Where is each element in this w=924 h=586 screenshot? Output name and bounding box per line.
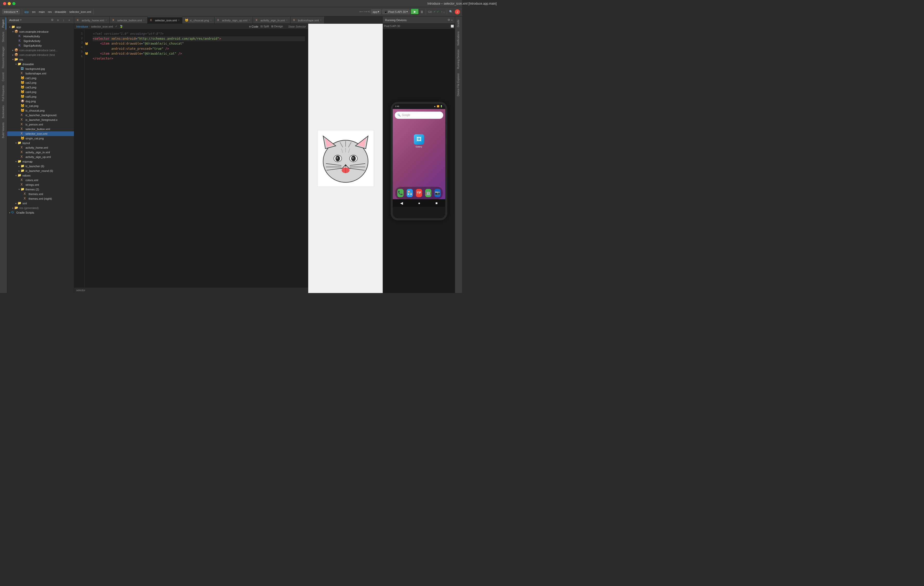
window-controls[interactable] — [3, 2, 15, 5]
nav-back-icon[interactable]: ◀ — [400, 201, 403, 205]
tree-item-cat3[interactable]: 🐱 cat3.png — [7, 85, 74, 90]
sidebar-tab-pullreq[interactable]: Pull Requests — [1, 83, 6, 103]
panel-sort-icon[interactable]: ↕ — [61, 18, 66, 23]
tree-item-res-generated[interactable]: ▸ 📂 res (generated) — [7, 206, 74, 210]
tree-item-cat1[interactable]: 🐱 cat1.png — [7, 76, 74, 80]
tab-activity-signin[interactable]: X activity_sign_in.xml × — [253, 17, 290, 23]
run-button[interactable]: ▶ — [411, 9, 419, 15]
breadcrumb-introduce[interactable]: Introduce — [76, 25, 88, 28]
tree-item-values[interactable]: ▾ 📁 values — [7, 173, 74, 178]
device-search-bar[interactable]: 🔍 Google — [395, 112, 443, 119]
tab-close-icon[interactable]: × — [286, 19, 288, 22]
tree-item-home-xml[interactable]: X activity_home.xml — [7, 145, 74, 150]
code-content[interactable]: <?xml version="1.0" encoding="utf-8"?> <… — [90, 30, 308, 287]
tree-item-res[interactable]: ▾ 📂 res — [7, 57, 74, 62]
panel-toolbar[interactable]: ⚙ ≡ ↕ × — [50, 18, 72, 23]
tree-item-layout[interactable]: ▾ 📁 layout — [7, 141, 74, 145]
sidebar-tab-notifications[interactable]: Notifications — [456, 30, 461, 47]
tree-item-icchuucat[interactable]: 🐱 ic_chuucat.png — [7, 108, 74, 113]
code-editor[interactable]: 1 2 3 4 5 6 🐱 🐱 — [74, 30, 308, 287]
panel-layout-icon[interactable]: ≡ — [55, 18, 61, 23]
tab-selector-icon[interactable]: X selector_icon.xml × — [148, 17, 183, 23]
app-module-btn[interactable]: app ▾ — [371, 9, 381, 14]
breadcrumb-file[interactable]: selector_icon.xml — [69, 10, 91, 13]
tree-item-iclbg[interactable]: X ic_launcher_background. — [7, 113, 74, 118]
breadcrumb-src[interactable]: src — [32, 10, 36, 13]
tree-item-pkg3[interactable]: ▸ 📦 com.example.introduce (test — [7, 53, 74, 57]
tab-close-icon[interactable]: × — [320, 19, 322, 22]
tree-item-strings[interactable]: X strings.xml — [7, 182, 74, 187]
tree-item-themes-night[interactable]: X themes.xml (night) — [7, 196, 74, 201]
tree-item-cat5[interactable]: 🐱 cat5.png — [7, 94, 74, 99]
sidebar-tab-resource[interactable]: Resource Manager — [1, 44, 6, 70]
sidebar-tab-gradle[interactable]: Gradle — [456, 18, 461, 30]
tree-item-cat2[interactable]: 🐱 cat2.png — [7, 80, 74, 85]
tab-close-icon[interactable]: × — [178, 19, 180, 22]
dock-store-icon[interactable]: 🏪 — [407, 189, 413, 197]
device-selector[interactable]: 📱 Pixel 5 API 30 ▾ — [382, 9, 410, 14]
gallery-app-icon[interactable]: 🖼 Gallery — [414, 134, 424, 148]
project-selector[interactable]: Introduce ▾ — [2, 9, 20, 14]
gutter-run-icon[interactable]: 🐱 — [85, 41, 89, 46]
tree-item-signup-xml[interactable]: X activity_sign_up.xml — [7, 155, 74, 159]
tree-item-selicon[interactable]: X selector_icon.xml — [7, 131, 74, 136]
gutter-run-icon2[interactable]: 🐱 — [85, 51, 89, 56]
tree-item-themes-xml[interactable]: X themes.xml — [7, 192, 74, 196]
tree-item-singcat[interactable]: 🐱 singin_cat.png — [7, 136, 74, 141]
device-close-icon[interactable]: × — [451, 18, 453, 22]
breadcrumb-main[interactable]: main — [39, 10, 45, 13]
tree-item-bg[interactable]: 🖼 background.jpg — [7, 66, 74, 71]
panel-gear-icon[interactable]: ⚙ — [50, 18, 55, 23]
stop-button[interactable]: ⏸ — [420, 10, 424, 14]
tree-item-app[interactable]: ▾ 📁 app — [7, 25, 74, 30]
git-pull[interactable]: ↓ — [444, 10, 445, 13]
nav-home-icon[interactable]: ● — [418, 201, 420, 205]
tree-item-colors[interactable]: X colors.xml — [7, 178, 74, 182]
tree-item-selbtn[interactable]: X selector_button.xml — [7, 127, 74, 131]
nav-recents-icon[interactable]: ■ — [436, 201, 437, 205]
tree-item-mipmap[interactable]: ▾ 📁 mipmap — [7, 159, 74, 164]
tree-item-pkg1[interactable]: ▾ 📦 com.example.introduce — [7, 30, 74, 34]
tree-item-iccat[interactable]: 🐱 ic_cat.png — [7, 104, 74, 108]
breadcrumb-app[interactable]: app — [24, 10, 29, 13]
minimize-button[interactable] — [8, 2, 11, 5]
tab-close-icon[interactable]: × — [210, 19, 212, 22]
tab-ic-chuucat[interactable]: 🐱 ic_chuucat.png × — [182, 17, 214, 23]
sidebar-tab-bookmarks[interactable]: Bookmarks — [1, 103, 6, 120]
sidebar-tab-structure[interactable]: Structure — [1, 30, 6, 44]
tree-item-btnshape[interactable]: X buttonshape.xml — [7, 71, 74, 76]
dock-camera-icon[interactable]: 📷 — [434, 189, 441, 197]
tree-item-iclbfg[interactable]: X ic_launcher_foreground.x — [7, 118, 74, 122]
git-push[interactable]: ↑ — [441, 10, 443, 13]
device-settings-icon[interactable]: ⚙ — [447, 18, 450, 22]
tree-item-launcher-round[interactable]: ▸ 📁 ic_launcher_round (6) — [7, 169, 74, 173]
sidebar-tab-commit[interactable]: Commit — [1, 70, 6, 83]
panel-close-icon[interactable]: × — [67, 18, 72, 23]
dock-maps-icon[interactable]: 🗺 — [416, 189, 422, 197]
tab-activity-home[interactable]: X activity_home.xml × — [74, 17, 110, 23]
tree-item-launcher[interactable]: ▸ 📁 ic_launcher (6) — [7, 164, 74, 169]
maximize-button[interactable] — [12, 2, 15, 5]
tree-item-home[interactable]: K HomeActivity — [7, 34, 74, 39]
sidebar-tab-device-file[interactable]: Device File Explorer — [456, 71, 461, 98]
device-expand-icon[interactable]: ⬜ — [450, 25, 454, 28]
tree-item-signin[interactable]: K SignInActivity — [7, 39, 74, 43]
tree-item-gradle[interactable]: ▸ G Gradle Scripts — [7, 210, 74, 215]
breadcrumb-expand[interactable]: 🍃 — [119, 25, 123, 28]
sidebar-tab-buildvariants[interactable]: Build Variants — [1, 120, 6, 140]
tree-item-drawable[interactable]: ▾ 📁 drawable — [7, 62, 74, 66]
tree-item-cat4[interactable]: 🐱 cat4.png — [7, 90, 74, 94]
design-view-btn[interactable]: ⊞ Design — [271, 25, 283, 28]
tree-item-icperson[interactable]: X ic_person.xml — [7, 122, 74, 127]
tab-btnshape[interactable]: X buttonshape.xml × — [290, 17, 325, 23]
breadcrumb-drawable[interactable]: drawable — [55, 10, 66, 13]
tree-item-themes[interactable]: ▾ 📁 themes (2) — [7, 187, 74, 192]
tree-item-dog[interactable]: 🐶 dog.png — [7, 99, 74, 104]
dock-phone-icon[interactable]: 📞 — [398, 189, 404, 197]
close-button[interactable] — [3, 2, 6, 5]
tab-close-icon[interactable]: × — [249, 19, 250, 22]
breadcrumb-res[interactable]: res — [48, 10, 52, 13]
sidebar-tab-project[interactable]: Project — [1, 18, 6, 30]
dock-android-icon[interactable]: 🤖 — [425, 189, 431, 197]
tab-close-icon[interactable]: × — [143, 19, 145, 22]
